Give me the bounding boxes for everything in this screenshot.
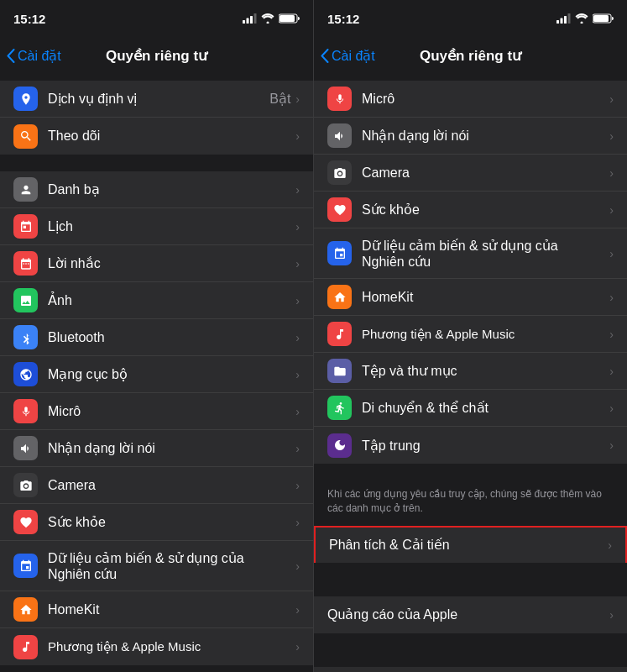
right-item-di-chuyen[interactable]: Di chuyển & thể chất › [314, 390, 627, 427]
dinh-vi-value: Bật [269, 91, 290, 107]
mang-label: Mạng cục bộ [48, 366, 295, 382]
svg-rect-9 [568, 13, 571, 24]
right-screen: 15:12 Cài đặt Quyền riêng tư Micrô › [313, 0, 627, 672]
r-suc-khoe-label: Sức khỏe [362, 202, 609, 218]
right-section-ghi: Ghi hoạt động ứng dụng › [314, 667, 627, 672]
r-du-lieu-chevron: › [609, 247, 614, 260]
right-item-nhan-dang[interactable]: Nhận dạng lời nói › [314, 118, 627, 155]
svg-rect-3 [254, 13, 257, 24]
phuong-tien-label: Phương tiện & Apple Music [48, 639, 295, 654]
left-item-micro[interactable]: Micrô › [0, 393, 313, 430]
right-item-du-lieu[interactable]: Dữ liệu cảm biến & sử dụng của Nghiên cứ… [314, 228, 627, 279]
r-suc-khoe-icon [327, 197, 352, 222]
left-item-lich[interactable]: Lịch › [0, 208, 313, 245]
left-item-du-lieu[interactable]: Dữ liệu cảm biến & sử dụng của Nghiên cứ… [0, 541, 313, 591]
du-lieu-icon [13, 554, 38, 578]
cam-icon [19, 479, 33, 492]
wifi-icon [261, 13, 274, 24]
left-screen: 15:12 Cài đặt Quyền riêng tư Dịch vụ địn… [0, 0, 313, 672]
left-item-danh-ba[interactable]: Danh bạ › [0, 171, 313, 208]
left-item-suc-khoe[interactable]: Sức khỏe › [0, 504, 313, 541]
danh-ba-label: Danh bạ [48, 181, 295, 197]
r-phuong-tien-chevron: › [609, 328, 614, 341]
right-back-label: Cài đặt [332, 48, 375, 64]
left-item-anh[interactable]: Ảnh › [0, 282, 313, 319]
bluetooth-icon-wrap [13, 325, 38, 349]
right-item-micro[interactable]: Micrô › [314, 81, 627, 118]
track-icon [19, 129, 33, 143]
left-back-label: Cài đặt [18, 48, 61, 64]
r-tap-trung-chevron: › [609, 438, 614, 452]
signal-icon [243, 13, 257, 24]
micro-label: Micrô [48, 404, 295, 419]
theo-doi-chevron: › [295, 129, 300, 143]
left-scroll-area[interactable]: Dịch vụ định vị Bật › Theo dõi › Danh bạ… [0, 74, 313, 672]
r-di-chuyen-chevron: › [609, 402, 614, 415]
r-signal-icon [556, 13, 571, 24]
left-item-bluetooth[interactable]: Bluetooth › [0, 319, 313, 356]
dinh-vi-icon [13, 87, 38, 111]
right-item-ghi[interactable]: Ghi hoạt động ứng dụng › [314, 667, 627, 672]
r-homekit-chevron: › [609, 291, 614, 304]
left-status-bar: 15:12 [0, 0, 313, 37]
left-item-camera[interactable]: Camera › [0, 467, 313, 504]
right-status-time: 15:12 [327, 12, 359, 26]
right-item-quang-cao[interactable]: Quảng cáo của Apple › [314, 596, 627, 633]
left-item-nhan-dang[interactable]: Nhận dạng lời nói › [0, 430, 313, 467]
loi-nhac-icon [13, 251, 38, 276]
bluetooth-label: Bluetooth [48, 330, 295, 345]
mang-chevron: › [295, 368, 300, 381]
phan-tich-chevron: › [608, 538, 612, 552]
left-nav-title: Quyền riêng tư [106, 47, 207, 65]
r-nhan-dang-label: Nhận dạng lời nói [362, 128, 609, 144]
quang-cao-label: Quảng cáo của Apple [327, 606, 609, 622]
camera-icon [13, 473, 38, 497]
sensor-icon [19, 559, 33, 573]
homekit-chevron: › [295, 603, 300, 617]
left-item-mang[interactable]: Mạng cục bộ › [0, 356, 313, 393]
health-icon [19, 516, 33, 529]
r-nhan-dang-icon [327, 123, 352, 148]
nhan-dang-label: Nhận dạng lời nói [48, 440, 295, 456]
home-icon [19, 603, 33, 617]
left-back-chevron-icon [7, 49, 15, 63]
left-item-theo-doi[interactable]: Theo dõi › [0, 118, 313, 155]
r-health-icon [333, 203, 347, 217]
right-gap-2 [314, 650, 627, 667]
quang-cao-chevron: › [609, 608, 614, 622]
left-item-homekit[interactable]: HomeKit › [0, 591, 313, 628]
r-mic-icon [334, 92, 346, 106]
dinh-vi-label: Dịch vụ định vị [48, 91, 269, 107]
suc-khoe-chevron: › [295, 516, 300, 529]
r-nhan-dang-chevron: › [609, 129, 614, 143]
left-section-1: Dịch vụ định vị Bật › Theo dõi › [0, 81, 313, 155]
right-scroll-area[interactable]: Micrô › Nhận dạng lời nói › Camera › [314, 74, 627, 672]
left-item-phuong-tien[interactable]: Phương tiện & Apple Music › [0, 628, 313, 665]
right-item-homekit[interactable]: HomeKit › [314, 279, 627, 316]
right-back-button[interactable]: Cài đặt [321, 48, 375, 64]
right-item-camera[interactable]: Camera › [314, 155, 627, 192]
right-item-tep[interactable]: Tệp và thư mục › [314, 353, 627, 390]
homekit-icon [13, 597, 38, 622]
right-item-tap-trung[interactable]: Tập trung › [314, 427, 627, 464]
battery-icon [279, 13, 300, 24]
r-di-chuyen-icon [327, 396, 352, 420]
du-lieu-line1: Dữ liệu cảm biến & sử dụng của [48, 550, 295, 566]
r-micro-icon [327, 87, 352, 111]
left-back-button[interactable]: Cài đặt [7, 48, 61, 64]
right-item-phan-tich[interactable]: Phân tích & Cải tiến › [314, 526, 627, 563]
left-item-loi-nhac[interactable]: Lời nhắc › [0, 245, 313, 282]
du-lieu-label: Dữ liệu cảm biến & sử dụng của Nghiên cứ… [48, 550, 295, 582]
right-status-bar: 15:12 [314, 0, 627, 37]
r-homekit-label: HomeKit [362, 290, 609, 305]
right-item-phuong-tien[interactable]: Phương tiện & Apple Music › [314, 316, 627, 353]
location-icon [19, 92, 33, 106]
phuong-tien-chevron: › [295, 640, 300, 654]
homekit-label: HomeKit [48, 602, 295, 617]
du-lieu-chevron: › [295, 559, 300, 573]
r-fitness-icon [333, 402, 347, 415]
left-item-dinh-vi[interactable]: Dịch vụ định vị Bật › [0, 81, 313, 118]
r-camera-label: Camera [362, 165, 609, 181]
right-item-suc-khoe[interactable]: Sức khỏe › [314, 192, 627, 228]
r-speech-icon [333, 129, 347, 143]
